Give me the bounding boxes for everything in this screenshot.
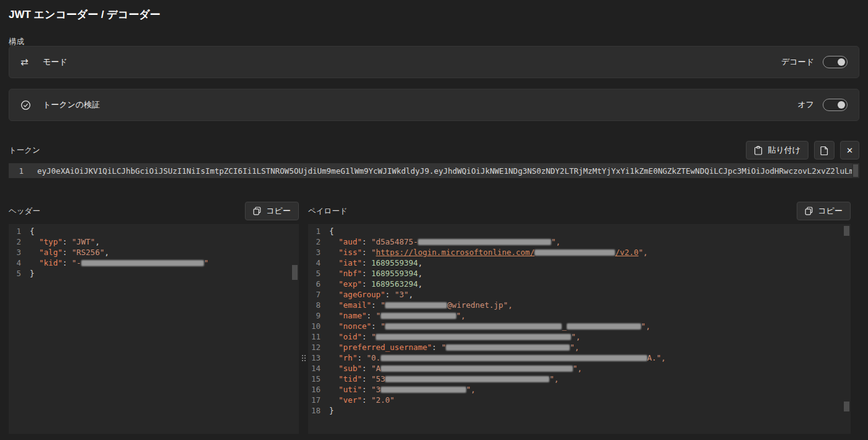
line-number: 4 [9, 258, 30, 268]
pane-splitter[interactable] [299, 202, 308, 434]
code-line: 16 "uti": "3", [308, 384, 851, 395]
line-number: 11 [308, 331, 329, 342]
line-number: 5 [9, 268, 30, 279]
clipboard-icon [754, 146, 763, 155]
line-number: 1 [9, 226, 30, 236]
code-line: 2 "typ": "JWT", [9, 236, 299, 247]
link-text[interactable]: /v2.0 [615, 248, 639, 257]
code-line: 6 "exp": 1689563294, [308, 279, 851, 289]
toggle-knob [838, 101, 845, 109]
line-number: 3 [308, 247, 329, 258]
copy-button-label: コピー [266, 205, 291, 217]
scrollbar-thumb[interactable] [844, 226, 849, 236]
payload-pane-label: ペイロード [308, 206, 348, 217]
line-number: 16 [308, 384, 329, 395]
mode-label: モード [43, 56, 68, 68]
mode-toggle[interactable] [823, 56, 848, 68]
header-pane-label: ヘッダー [9, 206, 40, 217]
redacted-text [381, 366, 573, 372]
link-text[interactable]: https://login.microsoftonline.com/ [376, 248, 534, 257]
line-number: 3 [9, 247, 30, 258]
redacted-text [567, 323, 641, 330]
code-line: 18} [308, 405, 851, 416]
scrollbar-thumb[interactable] [844, 402, 849, 411]
code-line: 7 "ageGroup": "3", [308, 289, 851, 300]
code-line: 8 "email": "@wirednet.jp", [308, 300, 851, 310]
token-input[interactable]: 1 eyJ0eXAiOiJKV1QiLCJhbGciOiJSUzI1NiIsIm… [9, 163, 859, 178]
token-section-header: トークン 貼り付け ✕ [9, 141, 859, 159]
line-number: 2 [9, 236, 30, 247]
token-value: eyJ0eXAiOiJKV1QiLCJhbGciOiJSUzI1NiIsImtp… [37, 166, 859, 176]
token-scrollbar[interactable] [852, 163, 859, 178]
line-number: 9 [308, 310, 329, 321]
scrollbar-thumb[interactable] [292, 265, 298, 280]
line-number: 1 [9, 166, 37, 176]
redacted-text [446, 344, 570, 351]
open-file-button[interactable] [814, 141, 835, 159]
header-copy-button[interactable]: コピー [245, 202, 299, 220]
line-number: 12 [308, 342, 329, 352]
copy-icon [805, 207, 813, 215]
line-number: 14 [308, 363, 329, 374]
swap-arrows-icon: ⇄ [20, 56, 34, 68]
line-number: 5 [308, 268, 329, 279]
mode-value: デコード [781, 56, 814, 68]
code-line: 4 "kid": "-" [9, 258, 299, 268]
page-title: JWT エンコーダー / デコーダー [9, 0, 859, 22]
token-label: トークン [9, 145, 40, 156]
toggle-knob [838, 58, 845, 66]
redacted-text [534, 249, 615, 256]
clear-button[interactable]: ✕ [840, 141, 859, 159]
redacted-text [385, 302, 447, 308]
code-line: 13 "rh": "0.A.", [308, 352, 851, 363]
code-line: 2 "aud": "d5a54875-", [308, 236, 851, 247]
line-number: 4 [308, 258, 329, 268]
line-number: 15 [308, 374, 329, 384]
paste-button[interactable]: 貼り付け [746, 141, 808, 159]
code-line: 1{ [9, 226, 299, 236]
token-validation-card: トークンの検証 オフ [9, 89, 859, 121]
code-line: 11 "oid": "", [308, 331, 851, 342]
line-number: 13 [308, 352, 329, 363]
header-pane: ヘッダー コピー 1{2 "typ": "JWT",3 "alg": "RS25… [9, 202, 299, 434]
redacted-text [381, 355, 647, 361]
splitter-grip-icon [302, 355, 306, 361]
redacted-text [381, 313, 456, 319]
redacted-text [385, 376, 549, 382]
line-number: 8 [308, 300, 329, 310]
copy-icon [253, 207, 261, 215]
code-line: 5} [9, 268, 299, 279]
line-number: 2 [308, 236, 329, 247]
payload-editor[interactable]: 1{2 "aud": "d5a54875-",3 "iss": "https:/… [308, 224, 851, 434]
payload-pane: ペイロード コピー 1{2 "aud": "d5a54875-",3 "iss"… [308, 202, 851, 434]
config-section-label: 構成 [9, 37, 859, 46]
line-number: 17 [308, 395, 329, 405]
checkmark-circle-icon [20, 100, 34, 110]
line-number: 18 [308, 405, 329, 416]
line-number: 6 [308, 279, 329, 289]
code-line: 9 "name": "", [308, 310, 851, 321]
token-validation-toggle[interactable] [823, 99, 848, 111]
line-number: 10 [308, 321, 329, 331]
document-icon [820, 146, 828, 155]
payload-copy-button[interactable]: コピー [797, 202, 851, 220]
paste-button-label: 貼り付け [768, 145, 800, 156]
code-line: 15 "tid": "53", [308, 374, 851, 384]
redacted-text [381, 387, 466, 393]
redacted-text [376, 334, 571, 340]
redacted-text [81, 260, 204, 266]
copy-button-label: コピー [818, 205, 843, 217]
code-line: 14 "sub": "A", [308, 363, 851, 374]
code-line: 3 "iss": "https://login.microsoftonline.… [308, 247, 851, 258]
token-validation-label: トークンの検証 [43, 99, 100, 110]
scrollbar-thumb[interactable] [853, 164, 858, 177]
code-line: 10 "nonce": "_", [308, 321, 851, 331]
header-editor[interactable]: 1{2 "typ": "JWT",3 "alg": "RS256",4 "kid… [9, 224, 299, 434]
line-number: 1 [308, 226, 329, 236]
close-icon: ✕ [846, 146, 853, 155]
redacted-text [418, 239, 551, 245]
code-line: 12 "preferred_username": "", [308, 342, 851, 352]
mode-card: ⇄ モード デコード [9, 46, 859, 78]
line-number: 7 [308, 289, 329, 300]
code-line: 17 "ver": "2.0" [308, 395, 851, 405]
